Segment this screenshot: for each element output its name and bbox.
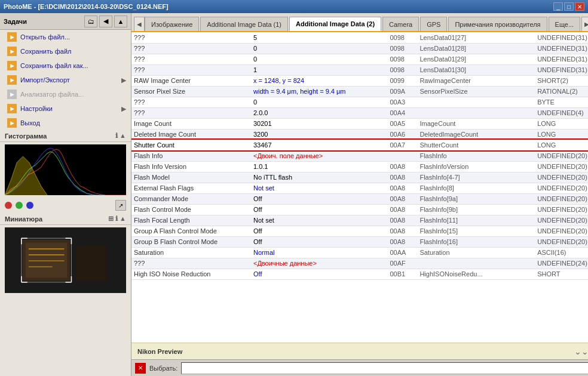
table-row[interactable]: Flash Info Version 1.0.1 00A8 FlashInfoV… bbox=[131, 161, 588, 172]
menu-import-export-label: Импорт/Экспорт bbox=[20, 76, 70, 84]
row-value: 2.0.0 bbox=[251, 107, 387, 118]
menu-save-file[interactable]: ▶ Сохранить файл bbox=[0, 44, 131, 58]
table-row[interactable]: Flash Model No iTTL flash 00A8 FlashInfo… bbox=[131, 172, 588, 183]
titlebar: PhotoME - [E:\DCIM\2012\2014-03-20\DSC_0… bbox=[0, 0, 588, 13]
row-field bbox=[417, 107, 535, 118]
row-code: 00B1 bbox=[387, 269, 417, 279]
thumbnail-expand-icon[interactable]: ▲ bbox=[120, 215, 126, 223]
table-row[interactable]: RAW Image Center x = 1248, y = 824 0099 … bbox=[131, 75, 588, 86]
table-row[interactable]: Group B Flash Control Mode Off 00A8 Flas… bbox=[131, 236, 588, 247]
content-area: ◀ Изображение Additional Image Data (1) … bbox=[131, 13, 588, 376]
row-type: RATIONAL(2) bbox=[535, 86, 588, 97]
histogram-expand-icon[interactable]: ▲ bbox=[120, 132, 126, 140]
menu-settings[interactable]: ▶ Настройки ▶ bbox=[0, 101, 131, 116]
row-code: 00A8 bbox=[387, 204, 417, 215]
table-row[interactable]: High ISO Noise Reduction Off 00B1 HighIS… bbox=[131, 269, 588, 279]
row-type: UNDEFINED(20) bbox=[535, 204, 588, 215]
histogram-info-icon[interactable]: ℹ bbox=[115, 132, 118, 140]
row-type: LONG bbox=[535, 140, 588, 150]
row-value: Off bbox=[251, 269, 387, 279]
table-row[interactable]: Flash Control Mode Off 00A8 FlashInfo[9b… bbox=[131, 204, 588, 215]
table-row[interactable]: Flash Focal Length Not set 00A8 FlashInf… bbox=[131, 215, 588, 226]
table-row[interactable]: ??? 0 00A3 BYTE bbox=[131, 97, 588, 107]
table-row[interactable]: ??? <Двоичные данные> 00AF UNDEFINED(24) bbox=[131, 258, 588, 269]
row-name: ??? bbox=[131, 32, 251, 43]
thumbnail-grid-icon[interactable]: ⊞ bbox=[108, 215, 114, 223]
table-row[interactable]: ??? 0 0098 LensData01[29] UNDEFINED(31) bbox=[131, 54, 588, 64]
sidebar-toolbar: Задачи 🗂 ◀ ▲ bbox=[0, 13, 131, 30]
select-button[interactable]: ✕ bbox=[135, 363, 146, 374]
row-name: ??? bbox=[131, 258, 251, 269]
tab-more[interactable]: Еще... bbox=[549, 17, 581, 31]
tab-more-label: Еще... bbox=[555, 21, 574, 28]
nikon-preview-bar[interactable]: Nikon Preview ⌄⌄ bbox=[131, 343, 588, 359]
menu-save-file-as-label: Сохранить файл как... bbox=[20, 62, 88, 69]
table-row[interactable]: Deleted Image Count 3200 00A6 DeletedIma… bbox=[131, 129, 588, 140]
data-table-container[interactable]: ??? 5 0098 LensData01[27] UNDEFINED(31) … bbox=[131, 32, 588, 343]
table-row[interactable]: Sensor Pixel Size width = 9.4 μm, height… bbox=[131, 86, 588, 97]
row-field: FlashInfo[15] bbox=[417, 226, 535, 236]
table-row[interactable]: Shutter Count 33467 00A7 ShutterCount LO… bbox=[131, 140, 588, 150]
tasks-label: Задачи bbox=[4, 18, 27, 25]
row-type: UNDEFINED(4) bbox=[535, 107, 588, 118]
select-input[interactable] bbox=[181, 362, 588, 374]
row-name: Flash Info Version bbox=[131, 161, 251, 172]
row-field: FlashInfo[9a] bbox=[417, 193, 535, 204]
table-row[interactable]: ??? 0 0098 LensData01[28] UNDEFINED(31) bbox=[131, 43, 588, 54]
sidebar-btn-2[interactable]: ◀ bbox=[99, 16, 112, 27]
table-row[interactable]: ??? 2.0.0 00A4 UNDEFINED(4) bbox=[131, 107, 588, 118]
tab-nav-right[interactable]: ▶ bbox=[581, 17, 588, 31]
maximize-button[interactable]: □ bbox=[564, 2, 574, 11]
row-type: BYTE bbox=[535, 97, 588, 107]
row-name: Commander Mode bbox=[131, 193, 251, 204]
sidebar-btn-1[interactable]: 🗂 bbox=[84, 16, 97, 27]
menu-exit-label: Выход bbox=[20, 119, 40, 127]
row-type: SHORT bbox=[535, 269, 588, 279]
sidebar-btn-3[interactable]: ▲ bbox=[114, 16, 127, 27]
table-row[interactable]: External Flash Flags Not set 00A8 FlashI… bbox=[131, 183, 588, 193]
menu-import-export[interactable]: ▶ Импорт/Экспорт ▶ bbox=[0, 73, 131, 87]
row-field: ShutterCount bbox=[417, 140, 535, 150]
save-file-icon: ▶ bbox=[7, 47, 17, 56]
row-field: FlashInfo[4-7] bbox=[417, 172, 535, 183]
row-field: FlashInfo[8] bbox=[417, 183, 535, 193]
minimize-button[interactable]: _ bbox=[553, 2, 563, 11]
row-name: External Flash Flags bbox=[131, 183, 251, 193]
table-row[interactable]: Commander Mode Off 00A8 FlashInfo[9a] UN… bbox=[131, 193, 588, 204]
settings-arrow-icon: ▶ bbox=[121, 105, 126, 113]
menu-open-file[interactable]: ▶ Открыть файл... bbox=[0, 30, 131, 44]
menu-open-file-label: Открыть файл... bbox=[20, 33, 70, 41]
menu-exit[interactable]: ▶ Выход bbox=[0, 116, 131, 130]
table-row[interactable]: Image Count 30201 00A5 ImageCount LONG bbox=[131, 118, 588, 129]
row-name: Flash Model bbox=[131, 172, 251, 183]
row-value: Not set bbox=[251, 215, 387, 226]
nikon-expand-icon[interactable]: ⌄⌄ bbox=[574, 347, 588, 356]
row-name: Group B Flash Control Mode bbox=[131, 236, 251, 247]
row-name: Sensor Pixel Size bbox=[131, 86, 251, 97]
tab-camera[interactable]: Camera bbox=[382, 17, 419, 31]
menu-save-file-as[interactable]: ▶ Сохранить файл как... bbox=[0, 58, 131, 73]
main-container: Задачи 🗂 ◀ ▲ ▶ Открыть файл... ▶ Сохрани… bbox=[0, 13, 588, 376]
row-type: SHORT(2) bbox=[535, 75, 588, 86]
table-row[interactable]: Saturation Normal 00AA Saturation ASCII(… bbox=[131, 247, 588, 258]
window-controls: _ □ ✕ bbox=[553, 2, 584, 11]
close-button[interactable]: ✕ bbox=[575, 2, 584, 11]
tab-image[interactable]: Изображение bbox=[145, 17, 199, 31]
tab-notes[interactable]: Примечания производителя bbox=[448, 17, 547, 31]
histogram-export-button[interactable]: ↗ bbox=[115, 200, 126, 211]
tab-nav-left[interactable]: ◀ bbox=[134, 17, 145, 31]
thumbnail-info-icon[interactable]: ℹ bbox=[115, 215, 118, 223]
menu-file-analyzer[interactable]: ▶ Анализатор файла... bbox=[0, 87, 131, 101]
table-row[interactable]: Group A Flash Control Mode Off 00A8 Flas… bbox=[131, 226, 588, 236]
svg-rect-6 bbox=[29, 260, 65, 261]
tab-additional2[interactable]: Additional Image Data (2) bbox=[289, 17, 381, 31]
row-field: FlashInfo[16] bbox=[417, 236, 535, 247]
table-row[interactable]: Flash Info <Двоич. поле данные> FlashInf… bbox=[131, 150, 588, 161]
tab-additional1[interactable]: Additional Image Data (1) bbox=[200, 17, 288, 31]
table-row[interactable]: ??? 5 0098 LensData01[27] UNDEFINED(31) bbox=[131, 32, 588, 43]
table-row[interactable]: ??? 1 0098 LensData01[30] UNDEFINED(31) bbox=[131, 64, 588, 75]
tab-gps[interactable]: GPS bbox=[420, 17, 447, 31]
row-type: UNDEFINED(20) bbox=[535, 172, 588, 183]
row-type: UNDEFINED(20) bbox=[535, 150, 588, 161]
row-field: LensData01[30] bbox=[417, 64, 535, 75]
